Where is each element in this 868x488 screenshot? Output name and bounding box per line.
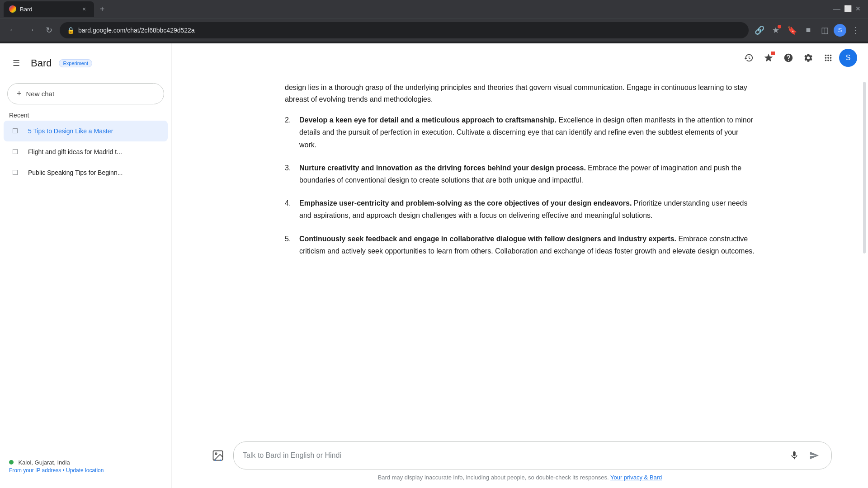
- tips-list: 2. Develop a keen eye for detail and a m…: [285, 114, 755, 257]
- plus-icon: +: [17, 89, 22, 99]
- recent-label: Recent: [0, 108, 171, 121]
- image-upload-btn[interactable]: [208, 446, 228, 465]
- location-sub-text: From your IP address: [9, 467, 61, 474]
- send-btn[interactable]: [806, 447, 822, 464]
- chat-bubble-icon-2: □: [13, 147, 23, 157]
- hamburger-menu-btn[interactable]: ☰: [7, 54, 25, 72]
- chat-item-label-3: Public Speaking Tips for Beginn...: [28, 169, 123, 176]
- chat-bubble-icon-3: □: [13, 168, 23, 178]
- tip-item-3: 3. Nurture creativity and innovation as …: [285, 162, 755, 186]
- location-text: Kalol, Gujarat, India: [18, 459, 70, 466]
- sidebar-header: ☰ Bard Experiment: [0, 51, 171, 76]
- sidebar-footer: Kalol, Gujarat, India From your IP addre…: [0, 451, 171, 481]
- input-area: Talk to Bard in English or Hindi Bard ma…: [172, 434, 868, 488]
- star-icon[interactable]: [760, 49, 778, 67]
- sidebar: ☰ Bard Experiment + New chat Recent □ 5 …: [0, 43, 172, 488]
- chat-item-label-2: Flight and gift ideas for Madrid t...: [28, 148, 122, 155]
- chat-input-box[interactable]: Talk to Bard in English or Hindi: [233, 441, 832, 469]
- chat-item-2[interactable]: □ Flight and gift ideas for Madrid t...: [4, 141, 168, 162]
- extensions-icon[interactable]: 🔗: [752, 23, 767, 38]
- chat-scroll-container[interactable]: design lies in a thorough grasp of the u…: [172, 73, 868, 434]
- item-content-5: Continuously seek feedback and engage in…: [299, 233, 755, 257]
- chat-item-1[interactable]: □ 5 Tips to Design Like a Master: [4, 121, 168, 141]
- svg-point-1: [215, 453, 217, 455]
- main-content: S design lies in a thorough grasp of the…: [172, 43, 868, 488]
- tab-close-btn[interactable]: ×: [80, 5, 89, 14]
- microphone-btn[interactable]: [786, 447, 802, 464]
- notification-badge: [771, 52, 775, 55]
- sidebar-icon[interactable]: ◫: [817, 23, 832, 38]
- location-separator: •: [63, 467, 65, 474]
- scrollbar-track[interactable]: [863, 73, 866, 434]
- tip-item-4: 4. Emphasize user-centricity and problem…: [285, 197, 755, 221]
- item-bold-5: Continuously seek feedback and engage in…: [299, 235, 676, 243]
- item-content-3: Nurture creativity and innovation as the…: [299, 162, 755, 186]
- location-links[interactable]: From your IP address • Update location: [9, 467, 162, 474]
- experiment-badge: Experiment: [59, 59, 92, 67]
- new-chat-label: New chat: [26, 90, 55, 98]
- browser-tab[interactable]: Bard ×: [4, 1, 94, 17]
- bard-logo: Bard: [31, 57, 52, 69]
- back-btn[interactable]: ←: [5, 23, 20, 38]
- window-maximize-btn[interactable]: ⬜: [844, 5, 852, 13]
- intro-paragraph: design lies in a thorough grasp of the u…: [285, 82, 755, 105]
- chat-item-label-1: 5 Tips to Design Like a Master: [28, 127, 113, 135]
- forward-btn[interactable]: →: [24, 23, 38, 38]
- item-bold-4: Emphasize user-centricity and problem-so…: [299, 199, 632, 207]
- scrollbar-thumb[interactable]: [863, 82, 866, 253]
- address-bar[interactable]: 🔒 bard.google.com/chat/2cf68bbc429d522a: [60, 22, 749, 38]
- browser-profile-avatar[interactable]: S: [834, 24, 846, 37]
- reload-btn[interactable]: ↻: [42, 23, 56, 38]
- settings-icon[interactable]: [799, 49, 817, 67]
- item-number-2: 2.: [285, 114, 296, 151]
- address-text: bard.google.com/chat/2cf68bbc429d522a: [78, 27, 741, 34]
- notification-dot: [778, 25, 781, 28]
- item-bold-3: Nurture creativity and innovation as the…: [299, 164, 586, 172]
- app-content: ☰ Bard Experiment + New chat Recent □ 5 …: [0, 43, 868, 488]
- new-chat-button[interactable]: + New chat: [7, 83, 164, 104]
- privacy-link[interactable]: Your privacy & Bard: [610, 474, 662, 481]
- help-icon[interactable]: [779, 49, 797, 67]
- item-content-4: Emphasize user-centricity and problem-so…: [299, 197, 755, 221]
- history-icon[interactable]: [740, 49, 758, 67]
- browser-titlebar: Bard × + — ⬜ ✕: [0, 0, 868, 18]
- location-dot: [9, 460, 14, 465]
- tip-item-2: 2. Develop a keen eye for detail and a m…: [285, 114, 755, 151]
- window-minimize-btn[interactable]: —: [833, 5, 840, 13]
- item-number-5: 5.: [285, 233, 296, 257]
- item-bold-2: Develop a keen eye for detail and a meti…: [299, 116, 557, 124]
- update-location-link[interactable]: Update location: [66, 467, 104, 474]
- more-options-icon[interactable]: ⋮: [848, 23, 863, 38]
- browser-nav: ← → ↻ 🔒 bard.google.com/chat/2cf68bbc429…: [0, 18, 868, 42]
- browser-nav-icons: 🔗 ★ 🔖 ■ ◫ S ⋮: [752, 23, 863, 38]
- favorites-icon[interactable]: ★: [769, 23, 783, 38]
- browser-chrome: Bard × + — ⬜ ✕ ← → ↻ 🔒 bard.google.com/c…: [0, 0, 868, 43]
- new-tab-button[interactable]: +: [96, 3, 108, 15]
- item-number-3: 3.: [285, 162, 296, 186]
- footer-disclaimer: Bard may display inaccurate info, includ…: [208, 474, 832, 481]
- chat-item-3[interactable]: □ Public Speaking Tips for Beginn...: [4, 162, 168, 183]
- hamburger-icon: ☰: [13, 58, 20, 68]
- tip-item-5: 5. Continuously seek feedback and engage…: [285, 233, 755, 257]
- toolbar-icons: S: [740, 49, 857, 67]
- bookmark-icon[interactable]: 🔖: [785, 23, 799, 38]
- extension-puzzle-icon[interactable]: ■: [801, 23, 816, 38]
- top-toolbar: S: [172, 43, 868, 73]
- input-placeholder: Talk to Bard in English or Hindi: [243, 451, 341, 460]
- item-number-4: 4.: [285, 197, 296, 221]
- input-actions: [786, 447, 822, 464]
- profile-avatar[interactable]: S: [839, 49, 857, 67]
- window-close-btn[interactable]: ✕: [855, 5, 861, 13]
- lock-icon: 🔒: [67, 27, 75, 34]
- input-row: Talk to Bard in English or Hindi: [208, 441, 832, 469]
- apps-icon[interactable]: [819, 49, 837, 67]
- tab-favicon: [9, 5, 16, 13]
- disclaimer-text: Bard may display inaccurate info, includ…: [378, 474, 609, 481]
- item-content-2: Develop a keen eye for detail and a meti…: [299, 114, 755, 151]
- tab-title: Bard: [20, 6, 76, 13]
- chat-content-area: design lies in a thorough grasp of the u…: [249, 73, 791, 277]
- chat-bubble-icon-1: □: [13, 126, 23, 136]
